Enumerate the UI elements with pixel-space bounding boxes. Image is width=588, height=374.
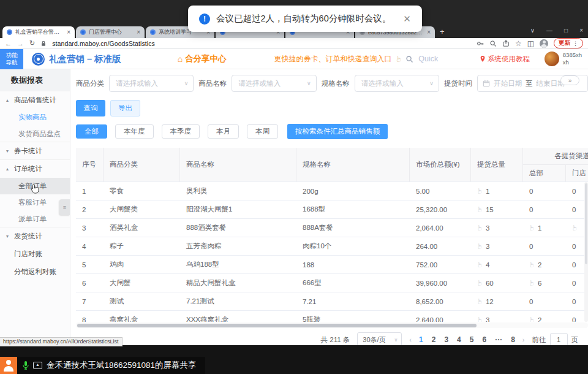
sidebar-item-3[interactable]: ▾券卡统计	[0, 142, 70, 160]
col-total: 提货总量	[471, 148, 523, 181]
range-tab-4[interactable]: 本周	[247, 124, 278, 139]
cell-name: 奥利奥	[180, 182, 296, 200]
sidebar-item-1[interactable]: 实物商品	[0, 109, 70, 126]
page-number-6[interactable]: 6	[482, 335, 486, 344]
screen: 礼盒营销平台管理中心×门店管理中心×系统培训学习×××e8c573980b132…	[0, 0, 588, 374]
pickup-count-link[interactable]: ☞1	[477, 187, 489, 195]
pickup-count-link[interactable]: ☞3	[477, 316, 489, 322]
pointing-hand-icon: ☞	[476, 262, 484, 268]
pickup-count-link[interactable]: ☞	[572, 224, 581, 232]
spec-select[interactable]: 请选择或输入 ∨	[355, 75, 439, 92]
sidebar-item-label: 门店对账	[14, 250, 42, 259]
cell-name: 7.21测试	[180, 292, 296, 310]
sidebar-item-2[interactable]: 发货商品盘点	[0, 126, 70, 142]
range-tab-0[interactable]: 全部	[76, 124, 107, 139]
pickup-count-link[interactable]: ☞6	[529, 279, 541, 287]
count-value: 2	[538, 261, 541, 269]
screen-share-pill[interactable]: 金禾通技术王斌18662591081的屏幕共享	[0, 357, 205, 374]
tab-close-icon[interactable]: ×	[137, 29, 140, 36]
search-button[interactable]: 查询	[76, 100, 105, 116]
forward-icon[interactable]: →	[17, 40, 24, 47]
tab-close-icon[interactable]: ×	[67, 29, 70, 36]
pickup-count-link[interactable]: ☞3	[477, 224, 489, 232]
sidebar-item-label: 发货商品盘点	[18, 129, 61, 139]
share-icon[interactable]	[502, 40, 510, 47]
expand-filters-button[interactable]: »	[560, 75, 579, 85]
cell-amount: 8,652.00	[410, 292, 471, 310]
table-horizontal-scrollbar[interactable]	[76, 322, 588, 328]
meeting-toast: ! 会议已超过2人，自动转为60分钟限时会议。 ✕	[188, 6, 422, 32]
prev-page-icon[interactable]: ‹	[409, 336, 412, 343]
pagination: 共 211 条 30条/页 ∨ ‹ 123456···8 › 前往 页	[76, 332, 588, 345]
cell-spec: 1688型	[296, 200, 410, 218]
info-icon: !	[199, 13, 210, 25]
toast-close-icon[interactable]: ✕	[403, 13, 411, 25]
goto-page-input[interactable]	[550, 333, 568, 346]
close-window-icon[interactable]: ×	[579, 27, 583, 34]
profile-menu-icon[interactable]: ∨	[530, 27, 535, 34]
sidebar-item-10[interactable]: 分销返利对账	[0, 263, 70, 281]
total-count-cell: ☞3	[471, 237, 523, 255]
page-ellipsis[interactable]: ···	[495, 335, 502, 344]
page-size-select[interactable]: 30条/页 ∨	[357, 332, 402, 345]
table-vertical-scrollbar[interactable]	[584, 182, 588, 322]
quick-entry[interactable]: 更快捷的券卡、订单和快递查询入口 ☞ Quick	[274, 54, 439, 64]
key-icon[interactable]	[477, 40, 484, 47]
range-tab-1[interactable]: 本年度	[115, 124, 154, 139]
zoom-icon[interactable]	[489, 40, 497, 47]
sidebar-item-0[interactable]: ▴商品销售统计	[0, 91, 70, 109]
main-area: 数据报表 ▴商品销售统计实物商品发货商品盘点▾券卡统计▴订单统计全部订单客服订单…	[0, 69, 588, 345]
cell-category: 粽子	[104, 237, 180, 255]
back-icon[interactable]: ←	[5, 40, 12, 47]
tab-favicon	[80, 29, 86, 35]
browser-avatar[interactable]	[540, 39, 548, 48]
share-center-link[interactable]: ⌂ 合分享中心	[178, 53, 227, 64]
minimize-icon[interactable]: —	[546, 27, 552, 34]
pickup-count-link[interactable]: ☞2	[529, 261, 541, 269]
bookmark-star-icon[interactable]: ☆	[515, 39, 522, 48]
pickup-count-link[interactable]: ☞1	[529, 224, 541, 232]
pickup-count-link[interactable]: ☞15	[477, 205, 494, 213]
pin-icon	[480, 55, 486, 63]
browser-tab-0[interactable]: 礼盒营销平台管理中心×	[2, 26, 75, 38]
name-select[interactable]: 请选择或输入 ∨	[232, 75, 316, 92]
pickup-count-link[interactable]: ☞2	[529, 316, 541, 322]
url-text[interactable]: standard.maboy.cn/GoodsStatistics	[52, 40, 155, 47]
cell-category: 大闸蟹	[104, 274, 180, 292]
pickup-count-link[interactable]: ☞4	[477, 261, 489, 269]
pickup-count-link[interactable]: ☞3	[477, 242, 489, 250]
sidebar-item-8[interactable]: ▾发货统计	[0, 227, 70, 245]
window-controls: ∨ — □ ×	[530, 27, 583, 34]
sidebar-item-9[interactable]: 门店对账	[0, 245, 70, 263]
side-panel-icon[interactable]: ◫	[527, 39, 534, 48]
hq-count-cell: 0	[523, 237, 566, 255]
function-nav-button[interactable]: 功能 导航	[0, 49, 23, 69]
page-number-4[interactable]: 4	[457, 335, 461, 344]
page-number-1[interactable]: 1	[419, 335, 423, 344]
pickup-count-link[interactable]: ☞60	[477, 279, 494, 287]
maximize-icon[interactable]: □	[564, 27, 568, 34]
reload-icon[interactable]: ↻	[29, 39, 35, 47]
page-number-3[interactable]: 3	[444, 335, 448, 344]
summarize-button[interactable]: 按检索条件汇总商品销售额	[287, 124, 388, 139]
table-row: 3酒类礼盒888酒类套餐888A套餐2,064.00☞3☞1☞	[76, 219, 588, 237]
count-value: 3	[486, 224, 489, 232]
page-number-8[interactable]: 8	[511, 335, 515, 344]
pickup-count-link[interactable]: ☞12	[477, 297, 494, 305]
user-info[interactable]: 8385xh xh	[545, 52, 582, 66]
tutorial-link[interactable]: 系统使用教程	[480, 55, 530, 64]
new-tab-icon[interactable]: +	[440, 27, 445, 36]
category-select[interactable]: 请选择或输入 ∨	[109, 75, 194, 92]
chrome-update-button[interactable]: 更新 ⋮	[554, 38, 583, 48]
screen-share-icon	[33, 362, 42, 369]
tab-close-icon[interactable]: ×	[427, 29, 431, 36]
range-tab-3[interactable]: 本月	[208, 124, 239, 139]
browser-tab-1[interactable]: 门店管理中心×	[76, 26, 145, 38]
range-tab-2[interactable]: 本季度	[162, 124, 200, 139]
export-button[interactable]: 导出	[110, 100, 140, 116]
page-number-2[interactable]: 2	[432, 335, 436, 344]
sidebar-collapse-handle[interactable]: ≡	[59, 199, 70, 215]
sidebar-item-4[interactable]: ▴订单统计	[0, 160, 70, 178]
next-page-icon[interactable]: ›	[522, 336, 525, 343]
page-number-5[interactable]: 5	[470, 335, 474, 344]
